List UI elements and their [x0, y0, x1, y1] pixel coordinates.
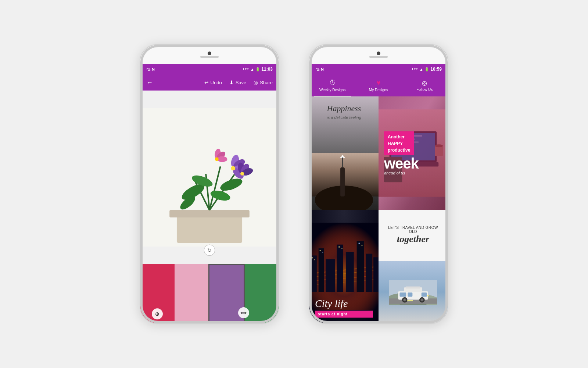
share-label: Share: [260, 80, 273, 85]
battery-icon-1: 🔋: [255, 67, 260, 71]
happiness-subtitle: is a delicate feeling: [327, 115, 361, 120]
week-another: Another HAPPY productive: [384, 131, 414, 155]
city-badge: starts at night: [315, 311, 373, 318]
undo-button[interactable]: ↩ Undo: [204, 79, 222, 85]
week-line1: Another: [388, 134, 405, 139]
move-handle[interactable]: ⊕: [152, 308, 163, 319]
camera-dot-2: [377, 52, 380, 55]
svg-point-92: [422, 300, 423, 301]
image-canvas[interactable]: ↻: [140, 91, 279, 264]
app-bar-left-1: ←: [146, 79, 153, 86]
time-1: 11:03: [261, 67, 273, 72]
city-title: City life: [315, 298, 373, 309]
swatch-pink[interactable]: [175, 264, 209, 323]
status-left-2: 🛍 N: [315, 67, 324, 71]
swatch-green[interactable]: [245, 264, 279, 323]
happiness-title: Happiness: [327, 104, 361, 113]
n-icon-1: N: [152, 67, 155, 71]
battery-icon-2: 🔋: [424, 67, 429, 71]
phone-1: 🛍 N LTE ▲ 🔋 11:03 ← ↩ Undo ⬇: [140, 44, 279, 324]
app-bar-1: ← ↩ Undo ⬇ Save ◎ Share: [140, 74, 279, 91]
status-bar-1: 🛍 N LTE ▲ 🔋 11:03: [140, 64, 279, 74]
svg-rect-1: [177, 214, 242, 243]
share-button[interactable]: ◎ Share: [254, 79, 273, 85]
status-bar-2: 🛍 N LTE ▲ 🔋 10:59: [309, 64, 448, 74]
flower-image: ↻: [140, 91, 279, 264]
svg-point-41: [340, 157, 342, 158]
svg-point-29: [215, 158, 219, 161]
signal-icon-2: ▲: [419, 67, 423, 71]
bag-icon-2: 🛍: [315, 67, 319, 71]
status-right-2: LTE ▲ 🔋 10:59: [412, 67, 442, 72]
week-line2: HAPPY: [388, 141, 403, 146]
svg-rect-80: [407, 300, 413, 301]
lte-label-2: LTE: [412, 67, 418, 71]
svg-rect-85: [408, 293, 412, 297]
time-2: 10:59: [430, 67, 442, 72]
travel-van-image: [379, 261, 448, 323]
clock-icon: ⏱: [329, 79, 336, 87]
lte-label-1: LTE: [243, 67, 249, 71]
undo-label: Undo: [211, 80, 222, 85]
bag-icon-1: 🛍: [146, 67, 150, 71]
tab-bar: ⏱ Weekly Designs ♥ My Designs ◎ Follow U…: [309, 74, 448, 96]
camera-dot: [208, 52, 211, 55]
svg-rect-38: [340, 167, 345, 197]
card-city[interactable]: City life starts at night: [309, 210, 379, 323]
app-bar-center-1: ↩ Undo ⬇ Save ◎ Share: [153, 79, 273, 85]
phone-1-top: [140, 45, 279, 64]
back-button[interactable]: ←: [146, 79, 153, 86]
expand-handle[interactable]: ⟺: [238, 307, 249, 318]
phone-2-top: [309, 45, 448, 64]
week-line3: productive: [388, 148, 410, 153]
heart-icon: ♥: [377, 79, 381, 87]
week-content: Another HAPPY productive week ahead of u…: [379, 96, 448, 210]
instagram-icon: ◎: [422, 79, 427, 86]
svg-point-25: [231, 166, 235, 170]
save-button[interactable]: ⬇ Save: [229, 79, 247, 85]
week-ahead: ahead of us: [384, 171, 442, 175]
undo-icon: ↩: [204, 79, 209, 85]
save-icon: ⬇: [229, 79, 234, 85]
svg-point-33: [240, 172, 244, 176]
happiness-photo: [309, 139, 379, 210]
phone-2: 🛍 N LTE ▲ 🔋 10:59 ⏱ Weekly Designs ♥ My …: [309, 44, 448, 324]
svg-point-42: [343, 157, 345, 158]
card-week[interactable]: Another HAPPY productive week ahead of u…: [379, 96, 448, 210]
van-svg: [389, 279, 437, 305]
week-big-text: week: [384, 156, 442, 171]
svg-rect-83: [406, 287, 421, 289]
phones-container: 🛍 N LTE ▲ 🔋 11:03 ← ↩ Undo ⬇: [0, 0, 588, 368]
svg-point-89: [404, 300, 405, 301]
svg-rect-2: [169, 210, 250, 217]
city-text-content: City life starts at night: [309, 210, 379, 323]
color-swatches: ⊕ ⟺: [140, 264, 279, 323]
tab-my-label: My Designs: [369, 88, 388, 92]
design-grid: Happiness is a delicate feeling: [309, 96, 448, 323]
svg-rect-84: [399, 293, 406, 297]
tab-weekly-label: Weekly Designs: [319, 88, 346, 92]
svg-rect-93: [427, 295, 429, 296]
status-left-1: 🛍 N: [146, 67, 155, 71]
phone-1-content: ↻ ⊕ ⟺: [140, 91, 279, 323]
signal-icon-1: ▲: [250, 67, 254, 71]
travel-text-top: LET'S TRAVEL AND GROW OLD: [384, 226, 442, 234]
card-happiness[interactable]: Happiness is a delicate feeling: [309, 96, 379, 210]
svg-point-28: [217, 156, 227, 162]
svg-rect-86: [422, 293, 427, 297]
tab-follow-us[interactable]: ◎ Follow Us: [402, 74, 448, 96]
save-label: Save: [236, 80, 247, 85]
card-travel[interactable]: LET'S TRAVEL AND GROW OLD together: [379, 210, 448, 323]
earpiece: [200, 56, 219, 58]
swatch-purple[interactable]: ⟺: [208, 264, 245, 323]
tab-weekly-designs[interactable]: ⏱ Weekly Designs: [309, 74, 355, 96]
svg-point-40: [341, 155, 344, 158]
n-icon-2: N: [321, 67, 324, 71]
share-icon: ◎: [254, 79, 258, 85]
earpiece-2: [369, 56, 388, 58]
travel-text-main: together: [397, 234, 429, 245]
status-right-1: LTE ▲ 🔋 11:03: [243, 67, 273, 72]
tab-my-designs[interactable]: ♥ My Designs: [355, 74, 401, 96]
tab-follow-label: Follow Us: [416, 88, 433, 92]
swatch-red[interactable]: ⊕: [140, 264, 175, 323]
